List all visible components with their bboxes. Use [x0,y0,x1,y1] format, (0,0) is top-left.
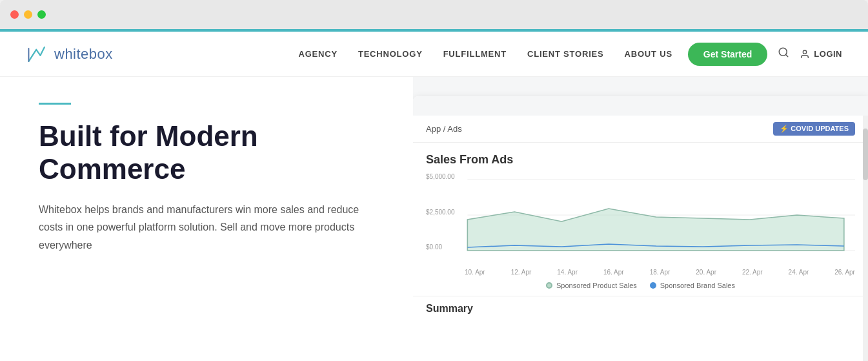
breadcrumb-area: App / Ads ⚡ COVID UPDATES [413,116,868,143]
y-label-bottom: $0.00 [426,243,455,251]
x-label-3: 16. Apr [603,269,624,276]
svg-point-3 [803,50,807,54]
main-content: Built for Modern Commerce Whitebox helps… [0,77,868,361]
chart-legend: Sponsored Product Sales Sponsored Brand … [426,282,855,289]
search-icon[interactable] [778,46,789,61]
nav-actions: Get Started LOGIN [688,43,842,66]
breadcrumb-page[interactable]: Ads [447,124,461,134]
dashboard-top-bar [413,96,868,116]
legend-label-product: Sponsored Product Sales [556,282,637,289]
nav-client-stories[interactable]: CLIENT STORIES [527,49,604,59]
legend-label-brand: Sponsored Brand Sales [660,282,735,289]
x-label-2: 14. Apr [557,269,578,276]
chart-title: Sales From Ads [426,153,855,167]
x-label-0: 10. Apr [465,269,485,276]
svg-line-2 [786,54,788,56]
minimize-button[interactable] [24,10,32,19]
dashboard-panel: App / Ads ⚡ COVID UPDATES Sales From Ads… [413,96,868,361]
close-button[interactable] [10,10,19,19]
x-label-6: 22. Apr [742,269,763,276]
nav-agency[interactable]: AGENCY [298,49,337,59]
logo-text: whitebox [54,46,113,63]
accent-line [39,103,71,105]
x-label-7: 24. Apr [789,269,809,276]
covid-badge[interactable]: ⚡ COVID UPDATES [773,122,855,136]
user-icon [800,49,810,59]
chart-area: Sales From Ads $5,000.00 $2,500.00 $0.00 [413,143,868,296]
maximize-button[interactable] [37,10,46,19]
hero-title: Built for Modern Commerce [39,120,374,185]
logo-icon [26,43,49,66]
scrollbar[interactable] [863,116,868,361]
nav-fulfillment[interactable]: FULFILLMENT [443,49,507,59]
legend-sponsored-product: Sponsored Product Sales [546,282,637,289]
login-button[interactable]: LOGIN [800,49,842,59]
scrollbar-thumb[interactable] [863,129,868,180]
nav-about-us[interactable]: ABOUT US [625,49,672,59]
legend-dot-green [546,282,552,289]
summary-title: Summary [426,303,855,315]
chart-container: $5,000.00 $2,500.00 $0.00 [426,173,855,276]
hero-section: Built for Modern Commerce Whitebox helps… [0,77,413,361]
login-label: LOGIN [814,49,842,59]
summary-section: Summary [413,296,868,321]
breadcrumb: App / Ads [426,124,462,134]
x-label-8: 26. Apr [834,269,855,276]
y-label-mid: $2,500.00 [426,209,455,216]
hero-description: Whitebox helps brands and manufacturers … [39,201,374,254]
breadcrumb-app[interactable]: App [426,124,441,134]
y-axis-labels: $5,000.00 $2,500.00 $0.00 [426,173,455,251]
dashboard-section: App / Ads ⚡ COVID UPDATES Sales From Ads… [413,77,868,361]
breadcrumb-separator: / [443,124,446,134]
sales-chart [426,173,855,263]
x-label-4: 18. Apr [650,269,671,276]
legend-sponsored-brand: Sponsored Brand Sales [650,282,735,289]
browser-chrome [0,0,868,29]
webpage: whitebox AGENCY TECHNOLOGY FULFILLMENT C… [0,29,868,361]
logo-area[interactable]: whitebox [26,43,113,66]
main-navigation: whitebox AGENCY TECHNOLOGY FULFILLMENT C… [0,32,868,77]
legend-dot-blue [650,282,656,289]
x-label-1: 12. Apr [511,269,532,276]
y-label-top: $5,000.00 [426,173,455,180]
nav-links: AGENCY TECHNOLOGY FULFILLMENT CLIENT STO… [298,49,672,59]
nav-technology[interactable]: TECHNOLOGY [358,49,423,59]
x-axis-labels: 10. Apr 12. Apr 14. Apr 16. Apr 18. Apr … [426,266,855,276]
x-label-5: 20. Apr [696,269,716,276]
get-started-button[interactable]: Get Started [688,43,767,66]
